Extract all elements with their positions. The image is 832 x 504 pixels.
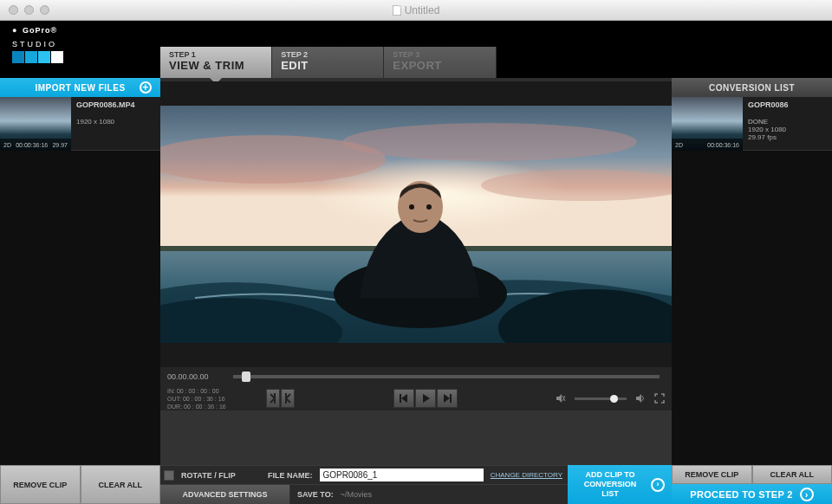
step-number: STEP 3 xyxy=(393,50,486,59)
step-title: VIEW & TRIM xyxy=(169,59,263,72)
clip-resolution: 1920 x 1080 xyxy=(76,118,155,126)
clear-source-button[interactable]: CLEAR ALL xyxy=(81,465,161,504)
playhead-timecode: 00.00.00.00 xyxy=(167,372,228,381)
rotate-flip-label: ROTATE / FLIP xyxy=(181,471,261,480)
clip-filename: GOPR0086 xyxy=(748,100,827,109)
svg-point-10 xyxy=(426,204,432,210)
mark-in-button[interactable] xyxy=(266,389,280,408)
filename-input[interactable] xyxy=(320,468,484,481)
logo-square xyxy=(51,51,63,63)
saveto-value: ~/Movies xyxy=(341,490,372,499)
mark-buttons xyxy=(266,389,295,408)
top-band: ● GoPro® STUDIO STEP 1 VIEW & TRIM STEP … xyxy=(0,21,832,78)
conversion-list-header: CONVERSION LIST xyxy=(672,78,832,97)
svg-point-9 xyxy=(409,204,414,210)
video-viewer[interactable] xyxy=(160,81,672,367)
out-point: OUT: 00 : 00 : 36 : 16 xyxy=(167,395,225,403)
clip-filename: GOPR0086.MP4 xyxy=(76,100,155,109)
window-titlebar: Untitled xyxy=(0,0,832,21)
main-area: IMPORT NEW FILES + 2D 00:00:36:16 29.97 … xyxy=(0,78,832,465)
logo-square xyxy=(25,51,37,63)
step-back-button[interactable] xyxy=(393,389,414,408)
clip-duration: 00:00:36:16 xyxy=(16,142,48,148)
clip-duration: 00:00:36:16 xyxy=(707,142,739,148)
clip-meta: GOPR0086 DONE 1920 x 1080 29.97 fps xyxy=(743,97,832,150)
clip-fps: 29.97 xyxy=(52,142,68,148)
saveto-label: SAVE TO: xyxy=(297,490,334,499)
clip-status: DONE xyxy=(748,118,827,126)
right-bottom: REMOVE CLIP CLEAR ALL PROCEED TO STEP 2 … xyxy=(672,465,832,504)
svg-rect-14 xyxy=(450,394,452,403)
svg-point-3 xyxy=(342,123,637,161)
clip-badge: 2D xyxy=(3,142,11,148)
add-clip-label: ADD CLIP TO CONVERSION LIST xyxy=(575,470,646,499)
logo-square xyxy=(12,51,24,63)
bottom-bar: REMOVE CLIP CLEAR ALL ROTATE / FLIP FILE… xyxy=(0,465,832,504)
source-clip[interactable]: 2D 00:00:36:16 29.97 GOPR0086.MP4 1920 x… xyxy=(0,97,160,151)
clear-conversion-button[interactable]: CLEAR ALL xyxy=(752,465,833,484)
step-forward-button[interactable] xyxy=(437,389,458,408)
arrow-right-icon: › xyxy=(651,478,665,492)
step-number: STEP 2 xyxy=(281,50,374,59)
clip-fps: 29.97 fps xyxy=(748,133,827,141)
window-title: Untitled xyxy=(0,4,832,16)
conversion-clip[interactable]: 2D 00:00:36:16 GOPR0086 DONE 1920 x 1080… xyxy=(672,97,832,151)
play-button[interactable] xyxy=(415,389,436,408)
transport-controls: IN: 00 : 00 : 00 : 00 OUT: 00 : 00 : 36 … xyxy=(160,386,672,410)
step-tabs: STEP 1 VIEW & TRIM STEP 2 EDIT STEP 3 EX… xyxy=(160,21,497,78)
playhead-handle[interactable] xyxy=(242,372,250,382)
step-title: EDIT xyxy=(281,59,374,72)
in-point: IN: 00 : 00 : 00 : 00 xyxy=(167,387,219,395)
import-sidebar: IMPORT NEW FILES + 2D 00:00:36:16 29.97 … xyxy=(0,78,160,465)
arrow-right-icon: › xyxy=(800,488,814,501)
remove-source-clip-button[interactable]: REMOVE CLIP xyxy=(0,465,81,504)
left-bottom-buttons: REMOVE CLIP CLEAR ALL xyxy=(0,465,160,504)
proceed-button[interactable]: PROCEED TO STEP 2 › xyxy=(672,484,832,504)
speaker-icon[interactable] xyxy=(635,394,646,403)
clip-resolution: 1920 x 1080 xyxy=(748,126,827,133)
svg-rect-13 xyxy=(400,394,401,403)
mark-out-button[interactable] xyxy=(281,389,295,408)
logo-sub: STUDIO xyxy=(12,40,160,48)
import-label: IMPORT NEW FILES xyxy=(35,83,125,93)
step-tab-edit[interactable]: STEP 2 EDIT xyxy=(272,47,384,78)
import-new-files-button[interactable]: IMPORT NEW FILES + xyxy=(0,78,160,97)
step-tab-export[interactable]: STEP 3 EXPORT xyxy=(384,47,496,78)
playback-buttons xyxy=(393,389,458,408)
right-transport xyxy=(556,393,665,404)
step-number: STEP 1 xyxy=(169,50,263,59)
conversion-sidebar: CONVERSION LIST 2D 00:00:36:16 GOPR0086 … xyxy=(672,78,832,465)
remove-conversion-clip-button[interactable]: REMOVE CLIP xyxy=(672,465,752,484)
clip-thumbnail: 2D 00:00:36:16 xyxy=(672,97,743,151)
advanced-settings-button[interactable]: ADVANCED SETTINGS xyxy=(160,485,290,504)
clip-meta: GOPR0086.MP4 1920 x 1080 xyxy=(71,97,160,150)
plus-icon: + xyxy=(140,81,152,94)
clip-badge: 2D xyxy=(675,142,683,148)
volume-knob[interactable] xyxy=(610,395,618,403)
change-directory-link[interactable]: CHANGE DIRECTORY xyxy=(491,471,562,479)
step-tab-view-trim[interactable]: STEP 1 VIEW & TRIM xyxy=(160,47,272,78)
mute-icon[interactable] xyxy=(556,394,566,403)
document-icon xyxy=(393,5,401,16)
fullscreen-icon[interactable] xyxy=(654,393,665,404)
timeline[interactable]: 00.00.00.00 xyxy=(160,367,672,386)
dur-point: DUR: 00 : 00 : 36 : 16 xyxy=(167,403,226,410)
logo-squares xyxy=(12,51,160,63)
viewer-panel: 00.00.00.00 IN: 00 : 00 : 00 : 00 OUT: 0… xyxy=(160,78,672,465)
rotate-flip-checkbox[interactable] xyxy=(164,470,174,481)
logo-square xyxy=(38,51,50,63)
proceed-label: PROCEED TO STEP 2 xyxy=(690,489,792,500)
step-title: EXPORT xyxy=(393,59,486,72)
filename-label: FILE NAME: xyxy=(268,471,313,480)
volume-slider[interactable] xyxy=(575,397,627,400)
timeline-track[interactable] xyxy=(233,375,660,378)
in-out-readout: IN: 00 : 00 : 00 : 00 OUT: 00 : 00 : 36 … xyxy=(167,387,263,410)
center-bottom: ROTATE / FLIP FILE NAME: CHANGE DIRECTOR… xyxy=(160,465,568,504)
add-clip-button[interactable]: ADD CLIP TO CONVERSION LIST › xyxy=(568,465,672,504)
clip-thumbnail: 2D 00:00:36:16 29.97 xyxy=(0,97,71,151)
logo-dot-icon: ● xyxy=(12,26,17,35)
app-logo: ● GoPro® STUDIO xyxy=(0,21,160,78)
